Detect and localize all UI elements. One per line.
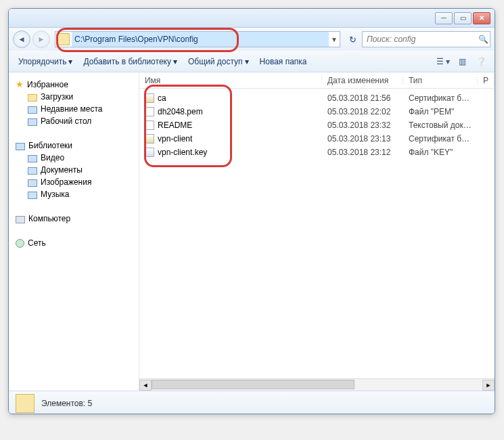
file-type: Сертификат безо… (403, 134, 478, 144)
star-icon: ★ (16, 79, 24, 89)
toolbar: Упорядочить ▾ Добавить в библиотеку ▾ Об… (9, 51, 495, 72)
desktop-icon (28, 118, 37, 126)
status-bar: Элементов: 5 (9, 391, 495, 414)
minimize-button[interactable]: ─ (435, 12, 453, 24)
file-icon (145, 134, 154, 144)
file-name: vpn-client.key (158, 148, 207, 157)
recent-icon (28, 106, 37, 114)
column-headers: Имя Дата изменения Тип Р (139, 72, 495, 89)
file-list-area: Имя Дата изменения Тип Р ca 05.03.2018 2… (139, 72, 495, 391)
file-date: 05.03.2018 23:32 (322, 120, 403, 130)
titlebar: ─ ▭ ✕ (9, 9, 495, 28)
sidebar-item-downloads[interactable]: Загрузки (16, 91, 133, 103)
sidebar-item-video[interactable]: Видео (16, 152, 133, 164)
file-row[interactable]: ca 05.03.2018 21:56 Сертификат безо… (139, 91, 495, 105)
file-icon (145, 93, 154, 103)
search-icon: 🔍 (476, 35, 490, 44)
file-type: Файл "PEM" (403, 107, 478, 116)
sidebar-item-documents[interactable]: Документы (16, 164, 133, 176)
organize-menu[interactable]: Упорядочить ▾ (14, 55, 76, 68)
file-type: Сертификат безо… (403, 93, 478, 103)
close-button[interactable]: ✕ (473, 12, 490, 24)
preview-pane-button[interactable]: ▥ (454, 55, 470, 68)
sidebar-item-music[interactable]: Музыка (16, 188, 133, 200)
file-date: 05.03.2018 23:13 (322, 134, 403, 144)
scroll-right-button[interactable]: ► (482, 380, 495, 391)
sidebar-item-pictures[interactable]: Изображения (16, 176, 133, 188)
column-type[interactable]: Тип (403, 76, 478, 85)
file-date: 05.03.2018 21:56 (322, 93, 403, 103)
file-row[interactable]: dh2048.pem 05.03.2018 22:02 Файл "PEM" (139, 105, 495, 118)
horizontal-scrollbar[interactable]: ◄ ► (139, 378, 495, 391)
file-row[interactable]: README 05.03.2018 23:32 Текстовый докум… (139, 118, 495, 132)
explorer-window: ─ ▭ ✕ ◄ ► ▼ ↻ 🔍 Упорядочить ▾ Добавить в… (8, 8, 495, 414)
network-icon (16, 239, 24, 248)
music-icon (28, 192, 37, 199)
navigation-pane: ★Избранное Загрузки Недавние места Рабоч… (9, 72, 139, 391)
folder-icon (16, 394, 35, 413)
folder-icon (28, 94, 37, 102)
forward-button[interactable]: ► (32, 30, 50, 48)
address-input[interactable] (72, 32, 329, 47)
file-name: vpn-client (158, 134, 192, 144)
scroll-track[interactable] (152, 380, 482, 391)
file-name: dh2048.pem (158, 107, 203, 116)
file-rows: ca 05.03.2018 21:56 Сертификат безо… dh2… (139, 89, 495, 378)
file-icon (145, 120, 154, 130)
file-row[interactable]: vpn-client 05.03.2018 23:13 Сертификат б… (139, 132, 495, 146)
file-name: ca (158, 93, 166, 103)
chevron-down-icon: ▾ (68, 57, 72, 66)
file-row[interactable]: vpn-client.key 05.03.2018 23:12 Файл "KE… (139, 146, 495, 159)
sidebar-item-desktop[interactable]: Рабочий стол (16, 115, 133, 127)
file-icon (145, 148, 154, 157)
documents-icon (28, 167, 37, 175)
scroll-thumb[interactable] (152, 380, 354, 389)
chevron-down-icon: ▾ (173, 57, 177, 66)
pictures-icon (28, 179, 37, 187)
content-body: ★Избранное Загрузки Недавние места Рабоч… (9, 72, 495, 391)
nav-bar: ◄ ► ▼ ↻ 🔍 (9, 28, 495, 51)
video-icon (28, 155, 37, 162)
file-date: 05.03.2018 23:12 (322, 148, 403, 157)
column-date[interactable]: Дата изменения (322, 76, 403, 85)
file-type: Текстовый докум… (403, 120, 478, 130)
sidebar-item-recent[interactable]: Недавние места (16, 103, 133, 115)
share-menu[interactable]: Общий доступ ▾ (184, 55, 253, 68)
file-type: Файл "KEY" (403, 148, 478, 157)
address-bar[interactable]: ▼ (55, 31, 340, 47)
chevron-down-icon: ▾ (245, 57, 249, 66)
status-text: Элементов: 5 (41, 399, 92, 408)
folder-icon (58, 33, 70, 45)
add-to-library-menu[interactable]: Добавить в библиотеку ▾ (79, 55, 181, 68)
address-dropdown-icon[interactable]: ▼ (329, 36, 340, 43)
libraries-group[interactable]: Библиотеки (16, 139, 133, 152)
refresh-button[interactable]: ↻ (345, 32, 360, 47)
library-icon (16, 143, 25, 150)
favorites-group[interactable]: ★Избранное (16, 78, 133, 91)
scroll-left-button[interactable]: ◄ (139, 380, 152, 391)
view-options-button[interactable]: ☰ ▾ (435, 55, 451, 68)
column-size[interactable]: Р (478, 76, 495, 85)
file-date: 05.03.2018 22:02 (322, 107, 403, 116)
file-icon (145, 107, 154, 116)
back-button[interactable]: ◄ (13, 30, 30, 48)
column-name[interactable]: Имя (139, 76, 322, 85)
computer-icon (16, 216, 25, 223)
computer-group[interactable]: Компьютер (16, 213, 133, 225)
network-group[interactable]: Сеть (16, 237, 133, 249)
maximize-button[interactable]: ▭ (454, 12, 472, 24)
new-folder-button[interactable]: Новая папка (256, 55, 311, 68)
help-button[interactable]: ❔ (473, 55, 489, 68)
search-bar[interactable]: 🔍 (362, 31, 490, 47)
file-name: README (158, 120, 192, 130)
search-input[interactable] (363, 35, 476, 44)
